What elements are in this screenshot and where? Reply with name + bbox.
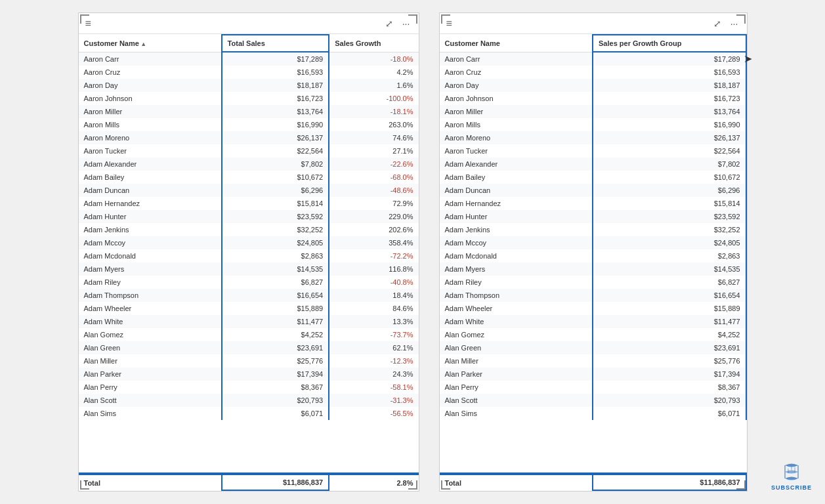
growth-cell: 62.1%: [329, 341, 418, 354]
growth-cell: 18.4%: [329, 289, 418, 302]
sales-group-cell: $24,805: [593, 236, 746, 249]
col2-customer-name-header[interactable]: Customer Name: [440, 35, 593, 52]
table-row: Aaron Moreno$26,13774.6%: [79, 131, 419, 144]
customer-name-cell: Adam Bailey: [440, 171, 593, 184]
sales-group-cell: $26,137: [593, 131, 746, 144]
table-row: Aaron Johnson$16,723: [440, 92, 746, 105]
footer-label-right: Total: [440, 474, 593, 490]
customer-name-cell: Adam Myers: [440, 262, 593, 276]
right-scroll-area[interactable]: Aaron Carr$17,289Aaron Cruz$16,593Aaron …: [440, 52, 747, 472]
sales-group-cell: $20,793: [593, 394, 746, 407]
left-table-header-table: Customer Name Total Sales Sales Growth: [79, 34, 419, 52]
customer-name-cell: Alan Miller: [79, 354, 222, 368]
table-row: Aaron Miller$13,764-18.1%: [79, 105, 419, 118]
corner-tl-right: [441, 14, 450, 24]
total-sales-cell: $16,990: [222, 118, 329, 131]
growth-cell: 13.3%: [329, 315, 418, 328]
growth-cell: 116.8%: [329, 262, 418, 276]
growth-cell: -68.0%: [329, 171, 418, 184]
total-sales-cell: $6,296: [222, 184, 329, 197]
growth-cell: -22.6%: [329, 158, 418, 171]
sales-group-cell: $17,289: [593, 52, 746, 66]
growth-cell: -72.2%: [329, 249, 418, 262]
customer-name-cell: Aaron Mills: [440, 118, 593, 131]
total-sales-cell: $26,137: [222, 131, 329, 144]
total-sales-cell: $32,252: [222, 223, 329, 236]
customer-name-cell: Alan Green: [79, 341, 222, 354]
corner-tr: [408, 14, 417, 24]
growth-cell: 84.6%: [329, 302, 418, 315]
corner-br-right: [736, 480, 746, 490]
subscribe-badge[interactable]: SUBSCRIBE: [771, 462, 812, 491]
customer-name-cell: Adam Mccoy: [79, 236, 222, 249]
corner-tl: [80, 14, 89, 24]
customer-name-cell: Alan Perry: [79, 381, 222, 394]
total-sales-cell: $18,187: [222, 79, 329, 92]
subscribe-label[interactable]: SUBSCRIBE: [771, 484, 812, 491]
left-scroll-area[interactable]: Aaron Carr$17,289-18.0%Aaron Cruz$16,593…: [79, 52, 419, 472]
growth-cell: -31.3%: [329, 394, 418, 407]
customer-name-cell: Aaron Cruz: [440, 66, 593, 79]
right-footer: Total $11,886,837: [440, 472, 747, 491]
table-row: Alan Perry$8,367-58.1%: [79, 381, 419, 394]
customer-name-cell: Alan Gomez: [79, 328, 222, 341]
table-row: Aaron Moreno$26,137: [440, 131, 746, 144]
customer-name-cell: Alan Perry: [440, 381, 593, 394]
table-row: Adam Riley$6,827: [440, 276, 746, 289]
expand-icon-right[interactable]: ⤢: [711, 18, 723, 30]
table-row: Adam White$11,477: [440, 315, 746, 328]
customer-name-cell: Aaron Day: [440, 79, 593, 92]
col2-sales-group-header[interactable]: Sales per Growth Group: [593, 35, 746, 52]
table-row: Alan Perry$8,367: [440, 381, 746, 394]
corner-bl-right: [441, 480, 450, 490]
customer-name-cell: Adam Jenkins: [79, 223, 222, 236]
table-row: Alan Green$23,691: [440, 341, 746, 354]
growth-cell: -48.6%: [329, 184, 418, 197]
sales-group-cell: $6,296: [593, 184, 746, 197]
sales-group-cell: $10,672: [593, 171, 746, 184]
growth-cell: -73.7%: [329, 328, 418, 341]
customer-name-cell: Adam Jenkins: [440, 223, 593, 236]
total-sales-cell: $15,814: [222, 197, 329, 210]
total-sales-cell: $24,805: [222, 236, 329, 249]
corner-bl: [80, 480, 89, 490]
customer-name-cell: Aaron Tucker: [79, 144, 222, 158]
sales-group-cell: $14,535: [593, 262, 746, 276]
table-row: Aaron Carr$17,289-18.0%: [79, 52, 419, 66]
customer-name-cell: Alan Parker: [440, 368, 593, 381]
customer-name-cell: Alan Miller: [440, 354, 593, 368]
growth-cell: -56.5%: [329, 407, 418, 420]
right-data-table: Aaron Carr$17,289Aaron Cruz$16,593Aaron …: [440, 52, 747, 420]
total-sales-cell: $17,394: [222, 368, 329, 381]
customer-name-cell: Aaron Moreno: [440, 131, 593, 144]
customer-name-cell: Adam Mccoy: [440, 236, 593, 249]
sales-group-cell: $16,654: [593, 289, 746, 302]
table-row: Alan Parker$17,394: [440, 368, 746, 381]
col-total-sales-header[interactable]: Total Sales: [222, 35, 329, 52]
total-sales-cell: $4,252: [222, 328, 329, 341]
growth-cell: 202.6%: [329, 223, 418, 236]
col-sales-growth-header[interactable]: Sales Growth: [329, 35, 418, 52]
sales-group-cell: $2,863: [593, 249, 746, 262]
customer-name-cell: Adam Wheeler: [79, 302, 222, 315]
customer-name-cell: Adam Riley: [79, 276, 222, 289]
total-sales-cell: $11,477: [222, 315, 329, 328]
sales-group-cell: $32,252: [593, 223, 746, 236]
customer-name-cell: Adam Hunter: [440, 210, 593, 223]
expand-icon-left[interactable]: ⤢: [383, 18, 395, 30]
growth-cell: -12.3%: [329, 354, 418, 368]
table-row: Aaron Carr$17,289: [440, 52, 746, 66]
table-row: Alan Miller$25,776-12.3%: [79, 354, 419, 368]
table-row: Alan Gomez$4,252: [440, 328, 746, 341]
subscribe-icon: [778, 462, 805, 482]
customer-name-cell: Adam Myers: [79, 262, 222, 276]
col-customer-name-header[interactable]: Customer Name: [79, 35, 222, 52]
sales-group-cell: $16,593: [593, 66, 746, 79]
left-footer-table: Total $11,886,837 2.8%: [79, 474, 419, 491]
customer-name-cell: Aaron Mills: [79, 118, 222, 131]
total-sales-cell: $17,289: [222, 52, 329, 66]
corner-tr-right: [736, 14, 746, 24]
customer-name-cell: Aaron Johnson: [440, 92, 593, 105]
sales-group-cell: $23,592: [593, 210, 746, 223]
table-row: Aaron Miller$13,764: [440, 105, 746, 118]
